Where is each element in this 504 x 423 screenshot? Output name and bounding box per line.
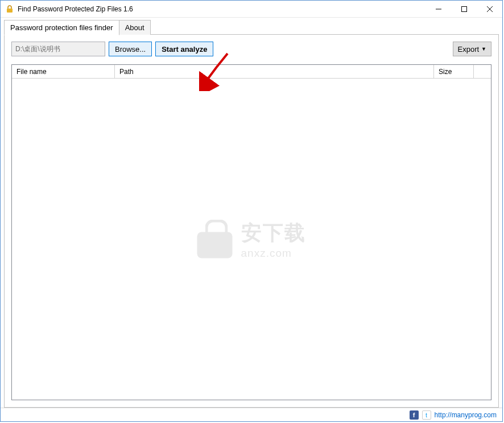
watermark-text: 安下载 anxz.com bbox=[241, 219, 306, 260]
statusbar: f t http://manyprog.com bbox=[1, 408, 502, 421]
window-controls bbox=[425, 1, 502, 17]
app-icon bbox=[5, 5, 14, 14]
start-analyze-button[interactable]: Start analyze bbox=[155, 42, 213, 56]
browse-button[interactable]: Browse... bbox=[109, 42, 152, 56]
caret-down-icon: ▼ bbox=[481, 46, 486, 52]
export-button[interactable]: Export ▼ bbox=[453, 42, 492, 56]
tabstrip: Password protection files finder About bbox=[4, 20, 499, 35]
results-grid: File name Path Size 安下载 anxz.com bbox=[11, 64, 491, 400]
client-area: Password protection files finder About B… bbox=[1, 18, 502, 408]
minimize-button[interactable] bbox=[425, 1, 451, 17]
tab-about[interactable]: About bbox=[119, 20, 151, 35]
column-path[interactable]: Path bbox=[115, 65, 434, 78]
tab-panel-main: Browse... Start analyze Export ▼ File na… bbox=[4, 34, 499, 408]
app-window: Find Password Protected Zip Files 1.6 Pa… bbox=[0, 0, 503, 422]
watermark-cn: 安下载 bbox=[241, 219, 306, 247]
column-filename[interactable]: File name bbox=[12, 65, 115, 78]
vendor-link[interactable]: http://manyprog.com bbox=[435, 411, 497, 419]
toolbar: Browse... Start analyze Export ▼ bbox=[11, 42, 491, 56]
svg-rect-0 bbox=[7, 9, 13, 13]
path-input[interactable] bbox=[11, 42, 105, 56]
maximize-button[interactable] bbox=[451, 1, 477, 17]
tab-main[interactable]: Password protection files finder bbox=[4, 20, 119, 35]
watermark-en: anxz.com bbox=[241, 247, 306, 260]
svg-rect-2 bbox=[461, 6, 466, 11]
close-button[interactable] bbox=[477, 1, 502, 17]
column-size[interactable]: Size bbox=[434, 65, 474, 78]
watermark: 安下载 anxz.com bbox=[197, 219, 306, 260]
grid-body[interactable]: 安下载 anxz.com bbox=[12, 79, 491, 400]
grid-header: File name Path Size bbox=[12, 65, 491, 79]
window-title: Find Password Protected Zip Files 1.6 bbox=[18, 5, 425, 13]
column-spacer bbox=[474, 65, 491, 78]
facebook-icon[interactable]: f bbox=[410, 410, 419, 420]
lock-icon bbox=[197, 219, 233, 259]
twitter-icon[interactable]: t bbox=[422, 410, 431, 420]
titlebar[interactable]: Find Password Protected Zip Files 1.6 bbox=[1, 1, 502, 18]
export-label: Export bbox=[458, 45, 480, 54]
